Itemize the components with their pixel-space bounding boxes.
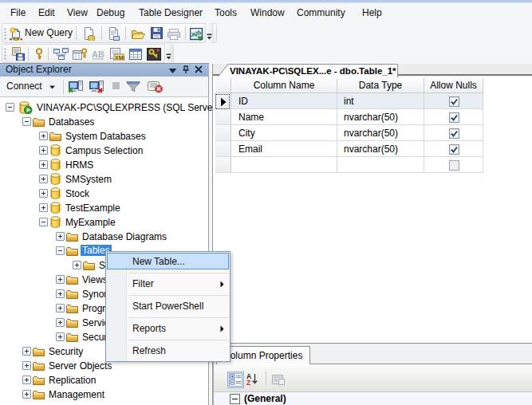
svg-text:Z: Z	[246, 379, 250, 386]
svg-text:XML: XML	[115, 55, 124, 61]
svg-text:AB: AB	[92, 49, 104, 59]
